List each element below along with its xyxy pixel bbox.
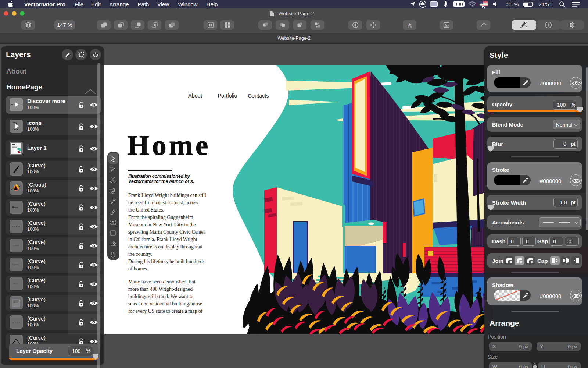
svg-text:PC: PC — [482, 6, 485, 8]
svg-text:Contacts: Contacts — [12, 245, 19, 247]
svg-text:A: A — [408, 22, 412, 28]
svg-text:Portfolio: Portfolio — [12, 264, 19, 266]
svg-text:About: About — [13, 283, 18, 285]
svg-text:Home: Home — [12, 206, 18, 208]
